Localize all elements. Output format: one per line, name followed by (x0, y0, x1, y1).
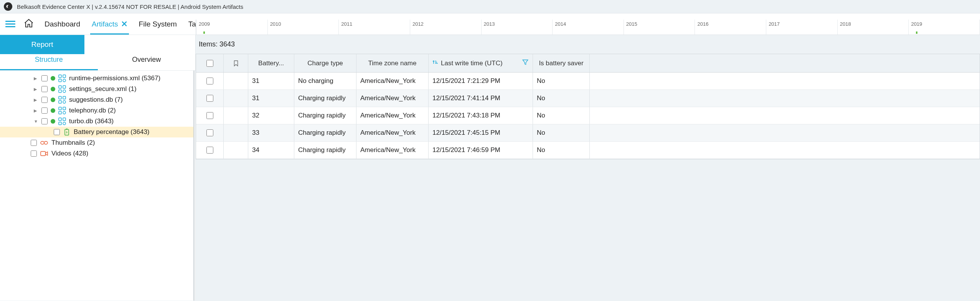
caret-icon[interactable]: ▶ (34, 108, 38, 113)
row-checkbox[interactable] (206, 112, 213, 119)
tab-artifacts[interactable]: Artifacts (90, 14, 129, 35)
app-logo (4, 2, 12, 11)
cell-charge: No charging (294, 73, 356, 89)
tree-checkbox[interactable] (31, 150, 37, 157)
cell-charge: Charging rapidly (294, 90, 356, 107)
filter-icon[interactable] (522, 59, 529, 68)
tree-item[interactable]: Battery percentage (3643) (0, 127, 193, 137)
svg-rect-17 (63, 118, 66, 121)
svg-point-7 (63, 90, 66, 93)
tree-checkbox[interactable] (41, 86, 48, 92)
col-time[interactable]: Last write time (UTC) (429, 54, 533, 72)
row-checkbox[interactable] (206, 78, 213, 84)
col-battery[interactable]: Battery... (248, 54, 294, 72)
svg-point-19 (63, 122, 66, 125)
tree-item[interactable]: ▶suggestions.db (7) (0, 94, 193, 105)
svg-rect-2 (59, 79, 61, 82)
tree-item[interactable]: ▶telephony.db (2) (0, 105, 193, 116)
tree-item[interactable]: ▼turbo.db (3643) (0, 116, 193, 127)
tree-item-label: telephony.db (2) (69, 107, 116, 114)
cell-time: 12/15/2021 7:43:18 PM (429, 107, 533, 124)
menu-button[interactable] (5, 21, 15, 27)
table-row[interactable]: 33Charging rapidlyAmerica/New_York12/15/… (196, 124, 980, 142)
cell-saver: No (533, 142, 590, 159)
cell-saver: No (533, 73, 590, 89)
timeline-year[interactable]: 2009 (196, 20, 267, 35)
timeline-year[interactable]: 2018 (837, 20, 909, 35)
timeline[interactable]: 2009201020112012201320142015201620172018… (196, 20, 980, 35)
row-bookmark-cell[interactable] (224, 73, 248, 89)
tree-item[interactable]: ▶settings_secure.xml (1) (0, 84, 193, 94)
caret-icon[interactable]: ▶ (34, 98, 38, 103)
cell-time: 12/15/2021 7:21:29 PM (429, 73, 533, 89)
tree-checkbox[interactable] (41, 108, 48, 114)
titlebar: Belkasoft Evidence Center X | v.2.4.1567… (0, 0, 980, 13)
svg-rect-16 (59, 118, 61, 121)
tree-item-label: Thumbnails (2) (51, 139, 95, 147)
timeline-year[interactable]: 2011 (338, 20, 410, 35)
sidebar: Report Structure Overview ▶runtime-permi… (0, 35, 196, 301)
caret-icon[interactable]: ▼ (34, 119, 38, 124)
timeline-year[interactable]: 2014 (552, 20, 624, 35)
tree-checkbox[interactable] (41, 97, 48, 103)
svg-rect-5 (63, 86, 66, 88)
cell-battery: 31 (248, 73, 294, 89)
cell-timezone: America/New_York (356, 73, 429, 89)
tree-checkbox[interactable] (41, 118, 48, 124)
sort-asc-icon (432, 59, 439, 67)
col-saver[interactable]: Is battery saver (533, 54, 590, 72)
svg-rect-0 (59, 75, 61, 78)
tree-checkbox[interactable] (41, 75, 48, 81)
tree-checkbox[interactable] (31, 140, 37, 146)
caret-icon[interactable]: ▶ (34, 87, 38, 92)
timeline-year[interactable]: 2016 (695, 20, 766, 35)
timeline-year[interactable]: 2017 (766, 20, 837, 35)
svg-rect-6 (59, 90, 61, 93)
cell-battery: 34 (248, 142, 294, 159)
col-timezone[interactable]: Time zone name (356, 54, 429, 72)
row-bookmark-cell[interactable] (224, 90, 248, 107)
side-tab-overview[interactable]: Overview (98, 50, 196, 70)
col-checkbox[interactable] (196, 54, 224, 72)
cell-saver: No (533, 107, 590, 124)
tab-filesystem[interactable]: File System (137, 15, 178, 34)
row-checkbox[interactable] (206, 95, 213, 102)
tree-item[interactable]: Thumbnails (2) (0, 137, 193, 148)
cell-battery: 31 (248, 90, 294, 107)
tab-dashboard[interactable]: Dashboard (43, 15, 82, 34)
row-bookmark-cell[interactable] (224, 107, 248, 124)
timeline-year[interactable]: 2010 (267, 20, 339, 35)
timeline-year[interactable]: 2015 (624, 20, 695, 35)
cell-timezone: America/New_York (356, 142, 429, 159)
tree-item[interactable]: ▶runtime-permissions.xml (5367) (0, 73, 193, 84)
home-button[interactable] (23, 18, 35, 30)
row-bookmark-cell[interactable] (224, 142, 248, 159)
table-row[interactable]: 32Charging rapidlyAmerica/New_York12/15/… (196, 107, 980, 124)
timeline-year[interactable]: 2012 (410, 20, 481, 35)
table-row[interactable]: 31No chargingAmerica/New_York12/15/2021 … (196, 73, 980, 90)
select-all-checkbox[interactable] (206, 60, 213, 67)
tree-checkbox[interactable] (54, 129, 60, 135)
row-bookmark-cell[interactable] (224, 124, 248, 141)
timeline-year[interactable]: 2019 (908, 20, 980, 35)
data-table: Battery... Charge type Time zone name La… (196, 54, 980, 159)
timeline-year[interactable]: 2013 (481, 20, 553, 35)
close-icon[interactable] (121, 19, 127, 29)
table-row[interactable]: 34Charging rapidlyAmerica/New_York12/15/… (196, 142, 980, 159)
table-row[interactable]: 31Charging rapidlyAmerica/New_York12/15/… (196, 90, 980, 107)
cell-charge: Charging rapidly (294, 107, 356, 124)
side-tab-structure[interactable]: Structure (0, 50, 98, 70)
cell-charge: Charging rapidly (294, 142, 356, 159)
row-checkbox[interactable] (206, 129, 213, 136)
col-charge[interactable]: Charge type (294, 54, 356, 72)
col-bookmark[interactable] (224, 54, 248, 72)
svg-rect-8 (59, 96, 61, 99)
status-dot-icon (51, 87, 55, 91)
svg-rect-24 (41, 152, 46, 156)
svg-rect-4 (59, 86, 61, 88)
table-header: Battery... Charge type Time zone name La… (196, 54, 980, 73)
caret-icon[interactable]: ▶ (34, 76, 38, 81)
cell-time: 12/15/2021 7:45:15 PM (429, 124, 533, 141)
row-checkbox[interactable] (206, 147, 213, 154)
tree-item[interactable]: Videos (428) (0, 148, 193, 159)
